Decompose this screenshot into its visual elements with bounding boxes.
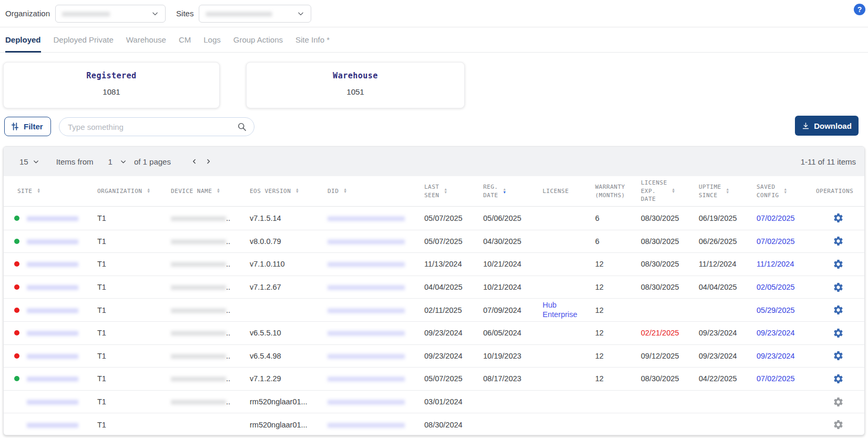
operations-gear-icon[interactable] xyxy=(833,212,844,223)
chevron-down-icon[interactable] xyxy=(33,158,39,165)
operations-gear-icon[interactable] xyxy=(833,304,844,315)
operations-gear-icon[interactable] xyxy=(833,328,844,339)
license-exp-date-cell: 08/30/2025 xyxy=(637,237,695,246)
table-body: xxxxxxxxxxxxxx T1 xxxxxxxxxxxxxxx.. v7.1… xyxy=(4,207,864,435)
saved-config-link[interactable]: 07/02/2025 xyxy=(757,237,795,246)
license-exp-date-cell: 08/30/2025 xyxy=(637,283,695,291)
tab-warehouse[interactable]: Warehouse xyxy=(126,27,166,52)
site-link[interactable]: xxxxxxxxxxxxxx xyxy=(27,421,78,429)
operations-gear-icon[interactable] xyxy=(833,259,844,270)
last-seen-cell: 03/01/2024 xyxy=(420,398,479,406)
registered-card-value: 1081 xyxy=(4,87,219,96)
sort-icon[interactable]: ▲▼ xyxy=(217,188,220,194)
uptime-since-cell: 06/26/2025 xyxy=(695,237,752,246)
next-page-button[interactable] xyxy=(201,156,215,167)
saved-config-cell: 02/05/2025 xyxy=(752,283,812,291)
sites-label: Sites xyxy=(176,9,193,18)
tab-deployed[interactable]: Deployed xyxy=(5,27,41,52)
saved-config-cell: 11/12/2024 xyxy=(752,260,812,268)
license-cell xyxy=(538,260,591,268)
organization-value: xxxxxxxxxxxxx xyxy=(62,9,110,18)
top-bar: Organization xxxxxxxxxxxxx Sites xxxxxxx… xyxy=(0,0,868,27)
sites-select[interactable]: xxxxxxxxxxxxxxxxxx xyxy=(199,5,311,23)
sort-icon[interactable]: ▲▼ xyxy=(296,188,299,194)
col-header-site[interactable]: SITE ▲▼ xyxy=(4,187,93,195)
device-name-cell: xxxxxxxxxxxxxxx.. xyxy=(167,260,246,268)
table-row: xxxxxxxxxxxxxx T1 xxxxxxxxxxxxxxx.. v7.1… xyxy=(4,252,864,276)
saved-config-link[interactable]: 11/12/2024 xyxy=(757,260,794,268)
site-link[interactable]: xxxxxxxxxxxxxx xyxy=(27,283,78,291)
operations-gear-icon[interactable] xyxy=(833,419,844,430)
previous-page-button[interactable] xyxy=(188,156,201,167)
warranty-cell: 6 xyxy=(591,237,637,246)
operations-gear-icon[interactable] xyxy=(833,350,844,361)
sort-icon[interactable]: ▲▼ xyxy=(445,188,447,194)
sort-icon[interactable]: ▲▼ xyxy=(504,188,506,194)
warehouse-card-title: Warehouse xyxy=(247,71,464,80)
page-size-value[interactable]: 15 xyxy=(19,157,28,166)
uptime-since-cell: 04/22/2025 xyxy=(695,374,752,383)
organization-cell: T1 xyxy=(93,398,167,406)
tab-site-info[interactable]: Site Info * xyxy=(295,27,330,52)
site-link[interactable]: xxxxxxxxxxxxxx xyxy=(27,329,78,337)
col-header-last-seen[interactable]: LAST SEEN ▲▼ xyxy=(420,183,479,199)
col-header-license: LICENSE xyxy=(538,187,591,195)
status-dot xyxy=(14,216,19,221)
license-cell xyxy=(538,283,591,291)
tab-group-actions[interactable]: Group Actions xyxy=(233,27,283,52)
chevron-down-icon[interactable] xyxy=(120,158,127,165)
site-link[interactable]: xxxxxxxxxxxxxx xyxy=(27,260,78,268)
operations-gear-icon[interactable] xyxy=(833,373,844,384)
sort-icon[interactable]: ▲▼ xyxy=(672,188,675,194)
sort-icon[interactable]: ▲▼ xyxy=(727,188,729,194)
col-header-did[interactable]: DID ▲▼ xyxy=(323,187,420,195)
site-link[interactable]: xxxxxxxxxxxxxx xyxy=(27,306,78,314)
saved-config-link[interactable]: 02/05/2025 xyxy=(757,283,795,291)
tab-deployed-private[interactable]: Deployed Private xyxy=(54,27,114,52)
organization-cell: T1 xyxy=(93,283,167,291)
col-header-organization[interactable]: ORGANIZATION ▲▼ xyxy=(93,187,167,195)
col-header-license-exp-date[interactable]: LICENSE EXP. DATE ▲▼ xyxy=(637,179,695,203)
saved-config-link[interactable]: 07/02/2025 xyxy=(757,374,795,383)
col-header-device-name[interactable]: DEVICE NAME ▲▼ xyxy=(167,187,246,195)
saved-config-link[interactable]: 05/29/2025 xyxy=(757,306,795,314)
sort-icon[interactable]: ▲▼ xyxy=(147,188,150,194)
reg-date-cell: 04/30/2025 xyxy=(479,237,538,246)
site-link[interactable]: xxxxxxxxxxxxxx xyxy=(27,214,78,222)
current-page-value[interactable]: 1 xyxy=(108,157,113,166)
sort-icon[interactable]: ▲▼ xyxy=(344,188,346,194)
operations-gear-icon[interactable] xyxy=(833,236,844,247)
saved-config-link[interactable]: 09/23/2024 xyxy=(757,329,795,337)
site-link[interactable]: xxxxxxxxxxxxxx xyxy=(27,237,78,246)
site-link[interactable]: xxxxxxxxxxxxxx xyxy=(27,352,78,360)
organization-label: Organization xyxy=(5,9,50,18)
reg-date-cell: 10/21/2024 xyxy=(479,283,538,291)
reg-date-cell: 10/19/2023 xyxy=(479,352,538,360)
saved-config-link[interactable]: 07/02/2025 xyxy=(757,214,795,222)
last-seen-cell: 05/07/2025 xyxy=(420,237,479,246)
search-icon[interactable] xyxy=(237,121,247,134)
site-link[interactable]: xxxxxxxxxxxxxx xyxy=(27,374,78,383)
did-cell: xxxxxxxxxxxxxxxxxxxxx xyxy=(323,329,420,337)
help-button[interactable]: ? xyxy=(854,4,865,15)
sort-icon[interactable]: ▲▼ xyxy=(784,188,787,194)
operations-gear-icon[interactable] xyxy=(833,396,844,408)
organization-select[interactable]: xxxxxxxxxxxxx xyxy=(55,5,166,23)
did-cell: xxxxxxxxxxxxxxxxxxxxx xyxy=(323,214,420,222)
saved-config-link[interactable]: 09/23/2024 xyxy=(757,352,795,360)
search-input[interactable] xyxy=(59,117,254,136)
tab-cm[interactable]: CM xyxy=(179,27,191,52)
license-link[interactable]: Hub Enterprise xyxy=(543,301,588,319)
last-seen-cell: 09/23/2024 xyxy=(420,352,479,360)
col-header-reg-date[interactable]: REG. DATE ▲▼ xyxy=(479,183,538,199)
col-header-eos-version[interactable]: EOS VERSION ▲▼ xyxy=(246,187,323,195)
download-button[interactable]: Download xyxy=(795,116,859,136)
site-link[interactable]: xxxxxxxxxxxxxx xyxy=(27,398,78,406)
filter-button[interactable]: Filter xyxy=(4,117,51,136)
tab-logs[interactable]: Logs xyxy=(203,27,221,52)
col-header-uptime-since[interactable]: UPTIME SINCE ▲▼ xyxy=(695,183,752,199)
sort-icon[interactable]: ▲▼ xyxy=(38,188,40,194)
table-row: xxxxxxxxxxxxxx T1 xxxxxxxxxxxxxxx.. xxxx… xyxy=(4,298,864,321)
operations-gear-icon[interactable] xyxy=(833,282,844,293)
col-header-saved-config[interactable]: SAVED CONFIG ▲▼ xyxy=(752,183,812,199)
